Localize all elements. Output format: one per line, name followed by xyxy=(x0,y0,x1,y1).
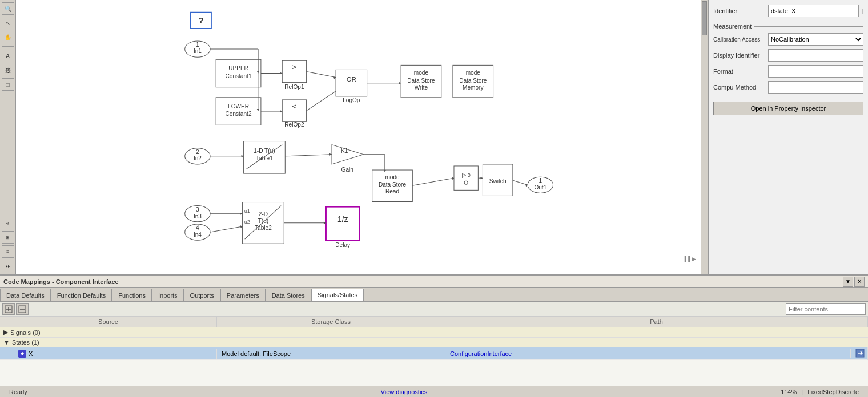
canvas-area[interactable]: ? 1 In1 UPPER Constant1 > RelOp1 LOWER C… xyxy=(16,0,708,274)
svg-text:Data Store: Data Store xyxy=(459,78,487,84)
section-line xyxy=(754,26,863,27)
text-button[interactable]: A xyxy=(2,50,14,62)
calibration-select[interactable]: NoCalibration ReadOnly ReadWrite xyxy=(768,33,863,46)
format-label: Format xyxy=(713,68,765,75)
svg-text:>: > xyxy=(292,63,297,71)
states-group[interactable]: ▼ States (1) xyxy=(0,338,868,347)
signals-label: Signals (0) xyxy=(10,329,41,336)
svg-line-87 xyxy=(412,178,454,185)
states-label: States (1) xyxy=(12,339,39,346)
scrollbar-thumb[interactable] xyxy=(702,1,707,35)
status-diagnostics[interactable]: View diagnostics xyxy=(32,388,776,395)
property-panel: Identifier | Measurement Calibration Acc… xyxy=(708,0,868,274)
svg-text:UPPER: UPPER xyxy=(228,65,248,71)
svg-marker-79 xyxy=(399,82,401,84)
props-button[interactable]: ≡ xyxy=(2,245,14,258)
display-id-row: Display Identifier xyxy=(713,49,863,62)
svg-text:1: 1 xyxy=(539,177,542,184)
svg-text:Memory: Memory xyxy=(463,84,484,91)
svg-text:Constant2: Constant2 xyxy=(226,111,252,117)
identifier-input[interactable] xyxy=(768,5,859,17)
add-row-button[interactable] xyxy=(2,303,15,315)
th-source: Source xyxy=(0,317,217,327)
status-bar: Ready View diagnostics 114% | FixedStepD… xyxy=(0,386,868,397)
identifier-row: Identifier | xyxy=(713,5,863,17)
hide-button[interactable]: ▸▸ xyxy=(2,260,14,272)
svg-rect-63 xyxy=(326,207,360,241)
svg-line-75 xyxy=(307,71,336,77)
svg-line-82 xyxy=(285,155,332,156)
measurement-label: Measurement xyxy=(713,23,752,30)
td-path-x[interactable]: ConfigurationInterface xyxy=(445,349,851,358)
state-row-x[interactable]: ◆ X Model default: FileScope Configurati… xyxy=(0,347,868,360)
tab-data-stores[interactable]: Data Stores xyxy=(266,289,311,301)
tab-inports[interactable]: Inports xyxy=(152,289,184,301)
tab-data-defaults[interactable]: Data Defaults xyxy=(0,289,51,301)
svg-marker-72 xyxy=(280,72,282,74)
svg-text:In3: In3 xyxy=(194,213,202,220)
svg-text:Out1: Out1 xyxy=(534,184,546,191)
svg-marker-90 xyxy=(480,177,483,179)
tab-function-defaults[interactable]: Function Defaults xyxy=(51,289,112,301)
svg-marker-92 xyxy=(525,184,528,187)
select-button[interactable]: ↖ xyxy=(2,17,14,29)
v-scrollbar[interactable] xyxy=(701,0,708,274)
svg-text:|> 0: |> 0 xyxy=(462,172,471,178)
source-name-x: X xyxy=(29,350,33,357)
svg-text:RelOp1: RelOp1 xyxy=(284,84,304,90)
code-mappings-header: Code Mappings - Component Interface ▼ ✕ xyxy=(0,276,868,288)
expand-button[interactable]: « xyxy=(2,217,14,229)
pan-button[interactable]: ✋ xyxy=(2,31,14,43)
td-source-x: ◆ X xyxy=(0,349,217,359)
svg-text:2-D: 2-D xyxy=(259,211,268,217)
svg-text:K1: K1 xyxy=(341,148,348,154)
tab-outports[interactable]: Outports xyxy=(184,289,220,301)
svg-line-91 xyxy=(513,180,528,185)
cm-collapse-button[interactable]: ▼ xyxy=(843,277,853,287)
svg-marker-96 xyxy=(240,225,243,228)
tab-parameters[interactable]: Parameters xyxy=(220,289,266,301)
status-solver: FixedStepDiscrete xyxy=(803,388,863,395)
svg-text:mode: mode xyxy=(385,174,400,180)
box-button[interactable]: □ xyxy=(2,78,14,91)
format-row: Format xyxy=(713,65,863,78)
cm-close-button[interactable]: ✕ xyxy=(854,277,865,287)
calibration-label: Calibration Access xyxy=(713,37,765,43)
signals-group[interactable]: ▶ Signals (0) xyxy=(0,327,868,338)
delete-row-button[interactable] xyxy=(16,303,29,315)
compu-method-row: Compu Method xyxy=(713,81,863,94)
compu-method-input[interactable] xyxy=(768,81,863,94)
svg-text:RelOp2: RelOp2 xyxy=(284,121,304,128)
table-toolbar xyxy=(0,302,868,317)
svg-text:OR: OR xyxy=(347,76,356,83)
status-zoom: 114% xyxy=(776,388,801,395)
zoom-in-button[interactable]: 🔍 xyxy=(2,2,14,15)
svg-marker-94 xyxy=(240,213,243,215)
tab-signals-states[interactable]: Signals/States xyxy=(311,289,364,301)
svg-text:<: < xyxy=(292,102,297,111)
format-input[interactable] xyxy=(768,65,863,78)
thumb-button[interactable]: ⊞ xyxy=(2,231,14,244)
display-id-input[interactable] xyxy=(768,49,863,62)
identifier-label: Identifier xyxy=(713,7,765,14)
filter-input[interactable] xyxy=(786,303,866,315)
td-action-x[interactable] xyxy=(851,347,868,360)
status-ready: Ready xyxy=(5,388,32,395)
svg-marker-81 xyxy=(242,155,244,157)
tab-functions[interactable]: Functions xyxy=(112,289,152,301)
svg-text:1: 1 xyxy=(196,42,199,48)
toolbar-sep-1 xyxy=(2,46,14,47)
svg-marker-88 xyxy=(452,177,454,180)
svg-text:Gain: Gain xyxy=(341,167,353,173)
data-table: Source Storage Class Path ▶ Signals (0) … xyxy=(0,317,868,386)
svg-rect-42 xyxy=(454,166,478,190)
state-icon: ◆ xyxy=(18,350,26,358)
tabs-bar: Data Defaults Function Defaults Function… xyxy=(0,288,868,302)
svg-text:1/z: 1/z xyxy=(337,214,348,224)
open-property-inspector-button[interactable]: Open in Property Inspector xyxy=(713,102,863,115)
svg-text:▌▌▶: ▌▌▶ xyxy=(685,256,696,262)
svg-rect-17 xyxy=(336,70,367,96)
left-toolbar: 🔍 ↖ ✋ A 🖼 □ « ⊞ ≡ ▸▸ xyxy=(0,0,16,274)
svg-text:mode: mode xyxy=(414,70,429,76)
image-button[interactable]: 🖼 xyxy=(2,64,14,76)
